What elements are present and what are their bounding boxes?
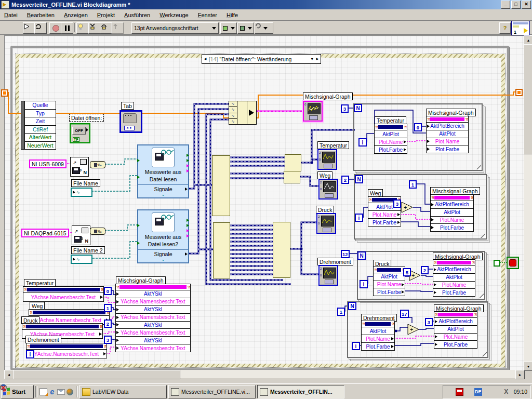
- property-row[interactable]: YAchse.Namensbeschr.Text: [23, 293, 103, 301]
- step-out-button[interactable]: [111, 22, 124, 34]
- loop3-mg-node[interactable]: ?!?! AktPlotBereich AktPlot Plot.Name Pl…: [433, 259, 475, 297]
- temperatur-graph-terminal[interactable]: 20: [317, 149, 337, 170]
- property-row[interactable]: Plot.Name: [431, 217, 473, 224]
- property-row[interactable]: YAchse.Namensbeschr.Text: [116, 314, 190, 322]
- property-row[interactable]: AktPlotBereich: [431, 201, 473, 209]
- property-row[interactable]: Plot.Name: [362, 335, 394, 343]
- property-row[interactable]: AktYSkl: [116, 337, 190, 344]
- mischsignal-property-node[interactable]: ?!?! AktYSkl YAchse.Namensbeschr.Text Ak…: [115, 284, 191, 352]
- weg-property-node[interactable]: ?!?! YAchse.Namensbeschr.Text: [29, 309, 110, 325]
- event-next-icon[interactable]: ►: [315, 57, 320, 61]
- loop2-count-constant[interactable]: 2: [341, 176, 349, 184]
- start-button[interactable]: Start: [1, 385, 34, 398]
- loop1-N-terminal[interactable]: N: [354, 104, 362, 112]
- property-row[interactable]: Plot.Farbe: [431, 224, 473, 231]
- loop4-src-node[interactable]: ?!?! AktPlot Plot.Name Plot.Farbe: [361, 321, 395, 351]
- scroll-up-button[interactable]: ▲: [524, 35, 532, 45]
- property-row[interactable]: Plot.Name: [375, 138, 407, 146]
- drehmoment-prop-label[interactable]: Drehmoment: [25, 336, 61, 343]
- loop4-count-constant[interactable]: 1: [337, 308, 345, 316]
- druck-graph-label[interactable]: Druck: [316, 206, 334, 214]
- property-row[interactable]: AktPlot: [362, 327, 394, 335]
- run-button[interactable]: [23, 22, 35, 34]
- split-signals-block-2[interactable]: [213, 222, 230, 278]
- printer-icon[interactable]: [493, 388, 501, 396]
- taskbar-window-messverteiler-1[interactable]: Messverteiler_OFFLINE.vi...: [168, 385, 256, 398]
- drehmoment-graph-label[interactable]: Drehmoment: [317, 258, 353, 265]
- menu-anzeigen[interactable]: Anzeigen: [64, 12, 88, 18]
- property-row[interactable]: Plot.Farbe: [375, 146, 407, 153]
- temperatur-graph-label[interactable]: Temperatur: [317, 141, 349, 149]
- loop3-src-node[interactable]: ?!?! AktPlot Plot.Name Plot.Farbe: [373, 267, 405, 296]
- index-constant-3[interactable]: 3: [104, 336, 112, 344]
- event-field-quelle[interactable]: Quelle: [25, 101, 56, 110]
- loop1-src-node[interactable]: ?!?! AktPlot Plot.Name Plot.Farbe: [374, 124, 407, 154]
- merge-signals-block[interactable]: ∿ ∿ ∿ ∿: [229, 101, 257, 125]
- property-row[interactable]: Plot.Farbe: [368, 219, 401, 226]
- property-row[interactable]: Plot.Name: [368, 211, 401, 219]
- file-name2-label[interactable]: File Name 2: [71, 246, 105, 254]
- loop1-mg-node[interactable]: ?!?! AktPlotBereich AktPlot Plot.Name Pl…: [426, 116, 469, 153]
- property-row[interactable]: Plot.Name: [434, 334, 477, 341]
- loop2-mg-node[interactable]: ?!?! AktPlotBereich AktPlot Plot.Name Pl…: [430, 194, 474, 232]
- loop2-N-terminal[interactable]: N: [355, 175, 363, 183]
- taskbar-window-labview-data[interactable]: LabVIEW Data: [79, 385, 167, 398]
- path-constant[interactable]: ‰: [90, 161, 105, 168]
- step-into-button[interactable]: [88, 22, 101, 34]
- file-name-label[interactable]: File Name: [71, 179, 100, 187]
- event-field-zeit[interactable]: Zeit: [25, 117, 56, 126]
- event-prev-icon[interactable]: ◄: [203, 57, 207, 61]
- merge-signals-block-big[interactable]: [273, 222, 290, 278]
- tab-control-label[interactable]: Tab: [121, 102, 134, 110]
- vi-signale-output[interactable]: Signale: [138, 249, 188, 258]
- temperatur-prop-label[interactable]: Temperatur: [24, 279, 56, 287]
- property-row[interactable]: AktPlot: [434, 326, 477, 334]
- expand-chevron-icon[interactable]: ⌄: [161, 193, 165, 197]
- merge-signals-block-b[interactable]: [284, 171, 300, 183]
- minimize-button[interactable]: _: [501, 1, 510, 9]
- property-row[interactable]: AktPlotBereich: [434, 318, 477, 326]
- loop4-N-terminal[interactable]: N: [348, 302, 356, 310]
- property-row[interactable]: Plot.Farbe: [362, 343, 394, 350]
- shift-register-right[interactable]: [515, 89, 523, 96]
- loop3-N-terminal[interactable]: N: [357, 251, 366, 260]
- boolean-terminal[interactable]: OFF TF: [70, 123, 90, 143]
- loop4-i-terminal[interactable]: i: [352, 342, 360, 350]
- align-objects-dropdown[interactable]: [220, 22, 237, 34]
- loop2-add-constant[interactable]: 3: [393, 200, 401, 208]
- scroll-down-button[interactable]: ▼: [524, 362, 532, 371]
- property-row[interactable]: Plot.Name: [427, 138, 468, 146]
- boolean-label[interactable]: Datei öffnen:: [69, 114, 104, 122]
- shift-register-left[interactable]: [1, 89, 8, 97]
- property-row[interactable]: Plot.Name: [433, 282, 475, 289]
- loop3-count-constant[interactable]: 12: [341, 250, 350, 258]
- maximize-button[interactable]: □: [511, 1, 521, 9]
- menu-datei[interactable]: Datei: [4, 12, 18, 18]
- volume-icon[interactable]: [446, 388, 454, 396]
- loop2-range-constant[interactable]: 1: [409, 180, 417, 189]
- weg-graph-terminal[interactable]: 20: [318, 179, 338, 200]
- path-constant[interactable]: ‰: [90, 228, 105, 235]
- open-file-icon[interactable]: ↗ 0 N: [70, 157, 89, 177]
- event-data-node[interactable]: Quelle Typ Zeit CtlRef AlterWert NeuerWe…: [21, 101, 56, 150]
- device1-name[interactable]: NI USB-6009: [29, 159, 66, 168]
- bluetooth-icon[interactable]: [484, 388, 491, 396]
- property-row[interactable]: Plot.Farbe: [434, 341, 477, 348]
- property-row[interactable]: AktYSkl: [116, 306, 190, 314]
- property-row[interactable]: AktPlot: [433, 274, 475, 282]
- property-row[interactable]: YAchse.Namensbeschr.Text: [116, 344, 190, 352]
- highlight-execution-button[interactable]: [76, 22, 89, 34]
- property-row[interactable]: YAchse.Namensbeschr.Text: [26, 350, 107, 358]
- loop4-add-constant[interactable]: 17: [400, 310, 409, 318]
- property-row[interactable]: AktPlotBereich: [427, 123, 468, 130]
- ni-max-icon[interactable]: [456, 388, 463, 396]
- index-constant-1[interactable]: 1: [104, 304, 112, 312]
- index-constant-0[interactable]: 0: [104, 287, 112, 295]
- weg-prop-label[interactable]: Weg: [30, 302, 45, 310]
- property-row[interactable]: YAchse.Namensbeschr.Text: [116, 298, 190, 306]
- network-globe-icon[interactable]: [465, 388, 473, 396]
- device2-name[interactable]: NI DAQPad-6015: [21, 229, 69, 237]
- event-dropdown-icon[interactable]: ▼: [310, 57, 314, 61]
- close-button[interactable]: ✕: [522, 1, 531, 9]
- while-iteration-terminal[interactable]: i: [26, 350, 34, 358]
